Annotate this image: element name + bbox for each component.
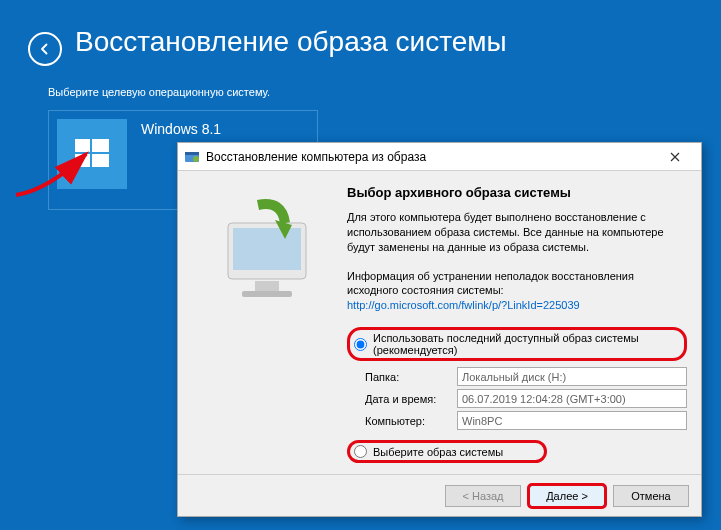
svg-rect-5: [185, 152, 199, 155]
radio-select-image-input[interactable]: [354, 445, 367, 458]
dialog-icon: [184, 149, 200, 165]
folder-label: Папка:: [365, 371, 457, 383]
windows-logo-icon: [57, 119, 127, 189]
dialog-info: Информация об устранении неполадок восст…: [347, 269, 687, 314]
os-tile-label: Windows 8.1: [141, 121, 221, 137]
back-button[interactable]: [28, 32, 62, 66]
computer-field[interactable]: [457, 411, 687, 430]
svg-rect-3: [92, 154, 109, 167]
svg-rect-2: [75, 154, 90, 167]
dialog-footer: < Назад Далее > Отмена: [178, 474, 701, 516]
back-button-dialog: < Назад: [445, 485, 521, 507]
close-icon: [670, 152, 680, 162]
dialog-titlebar[interactable]: Восстановление компьютера из образа: [178, 143, 701, 171]
dialog-illustration: [192, 185, 337, 474]
dialog-title: Восстановление компьютера из образа: [206, 150, 655, 164]
svg-rect-1: [92, 139, 109, 152]
dialog-restore-image: Восстановление компьютера из образа Выбо…: [177, 142, 702, 517]
radio-select-image-label: Выберите образ системы: [373, 446, 503, 458]
computer-label: Компьютер:: [365, 415, 457, 427]
radio-select-image[interactable]: Выберите образ системы: [347, 440, 547, 463]
dialog-info-link[interactable]: http://go.microsoft.com/fwlink/p/?LinkId…: [347, 299, 580, 311]
svg-rect-10: [242, 291, 292, 297]
svg-rect-9: [255, 281, 279, 291]
date-field[interactable]: [457, 389, 687, 408]
radio-use-latest-label: Использовать последний доступный образ с…: [373, 332, 680, 356]
folder-field[interactable]: [457, 367, 687, 386]
radio-use-latest-input[interactable]: [354, 338, 367, 351]
svg-rect-8: [233, 228, 301, 270]
close-button[interactable]: [655, 145, 695, 169]
cancel-button[interactable]: Отмена: [613, 485, 689, 507]
page-title: Восстановление образа системы: [75, 26, 507, 58]
date-label: Дата и время:: [365, 393, 457, 405]
dialog-heading: Выбор архивного образа системы: [347, 185, 687, 200]
next-button[interactable]: Далее >: [529, 485, 605, 507]
svg-rect-0: [75, 139, 90, 152]
dialog-description: Для этого компьютера будет выполнено вос…: [347, 210, 687, 255]
radio-use-latest[interactable]: Использовать последний доступный образ с…: [347, 327, 687, 361]
svg-point-6: [193, 156, 199, 162]
dialog-info-text: Информация об устранении неполадок восст…: [347, 270, 634, 297]
arrow-left-icon: [36, 40, 54, 58]
page-subtitle: Выберите целевую операционную систему.: [48, 86, 270, 98]
